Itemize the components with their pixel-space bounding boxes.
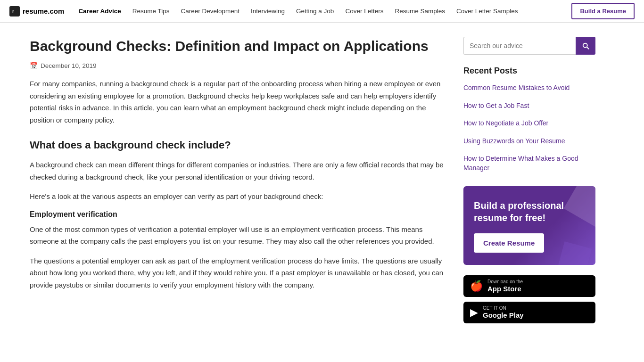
article-date-text: December 10, 2019 <box>41 62 97 69</box>
recent-post-0[interactable]: Common Resume Mistakes to Avoid <box>463 83 595 93</box>
recent-post-4[interactable]: How to Determine What Makes a Good Manag… <box>463 154 595 173</box>
apple-icon: 🍎 <box>470 280 483 292</box>
article-title: Background Checks: Definition and Impact… <box>30 37 445 55</box>
recent-post-2[interactable]: How to Negotiate a Job Offer <box>463 119 595 128</box>
google-play-button[interactable]: ▶ GET IT ON Google Play <box>463 302 595 323</box>
app-store-text: Download on the App Store <box>487 279 523 293</box>
search-input[interactable] <box>463 37 576 55</box>
recent-post-3[interactable]: Using Buzzwords on Your Resume <box>463 137 595 146</box>
svg-text:r: r <box>12 9 14 14</box>
calendar-icon: 📅 <box>30 62 38 69</box>
recent-posts-title: Recent Posts <box>463 66 595 76</box>
nav-career-advice[interactable]: Career Advice <box>73 0 126 23</box>
sidebar: Recent Posts Common Resume Mistakes to A… <box>463 37 595 328</box>
search-box <box>463 37 595 55</box>
article-date: 📅 December 10, 2019 <box>30 62 445 69</box>
nav-cover-letter-samples[interactable]: Cover Letter Samples <box>451 0 524 23</box>
app-store-big-text: App Store <box>487 285 523 293</box>
article-intro: For many companies, running a background… <box>30 78 445 126</box>
nav-getting-a-job[interactable]: Getting a Job <box>290 0 339 23</box>
nav-career-development[interactable]: Career Development <box>175 0 245 23</box>
google-play-icon: ▶ <box>470 306 478 319</box>
section1-text1: A background check can mean different th… <box>30 159 445 183</box>
google-play-text: GET IT ON Google Play <box>483 305 524 320</box>
main-nav: r resume.com Career Advice Resume Tips C… <box>0 0 644 23</box>
search-button[interactable] <box>576 37 595 55</box>
nav-resume-tips[interactable]: Resume Tips <box>127 0 175 23</box>
create-resume-button[interactable]: Create Resume <box>474 233 544 253</box>
recent-post-1[interactable]: How to Get a Job Fast <box>463 101 595 111</box>
search-icon <box>581 41 590 50</box>
app-store-small-text: Download on the <box>487 279 523 285</box>
main-content: Background Checks: Definition and Impact… <box>30 37 445 328</box>
subsection1-heading: Employment verification <box>30 210 445 219</box>
nav-interviewing[interactable]: Interviewing <box>245 0 290 23</box>
logo-text: resume.com <box>23 7 64 15</box>
nav-links: Career Advice Resume Tips Career Develop… <box>73 0 571 23</box>
app-store-button[interactable]: 🍎 Download on the App Store <box>463 275 595 297</box>
subsection1-text2: The questions a potential employer can a… <box>30 255 445 291</box>
page-wrapper: Background Checks: Definition and Impact… <box>20 23 624 342</box>
subsection1-text1: One of the most common types of verifica… <box>30 223 445 247</box>
cta-box: Build a professional resume for free! Cr… <box>463 186 595 265</box>
build-resume-button[interactable]: Build a Resume <box>571 3 635 19</box>
google-play-small-text: GET IT ON <box>483 305 524 311</box>
cta-decor-2 <box>557 241 592 265</box>
nav-cover-letters[interactable]: Cover Letters <box>339 0 389 23</box>
section1-heading: What does a background check include? <box>30 139 445 151</box>
google-play-big-text: Google Play <box>483 311 524 320</box>
cta-title: Build a professional resume for free! <box>474 199 585 224</box>
logo[interactable]: r resume.com <box>9 6 64 16</box>
section1-text2: Here's a look at the various aspects an … <box>30 190 445 203</box>
nav-resume-samples[interactable]: Resume Samples <box>389 0 451 23</box>
logo-icon: r <box>9 6 20 16</box>
